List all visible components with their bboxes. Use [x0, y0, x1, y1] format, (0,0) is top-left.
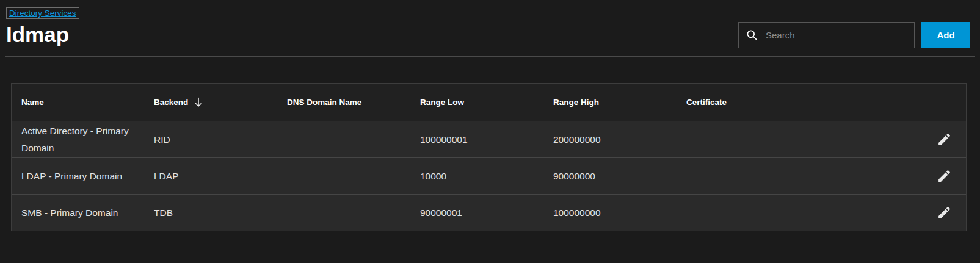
idmap-table: Name Backend DNS Domain Name Range Low R… — [11, 83, 967, 231]
cell-backend: RID — [144, 134, 277, 145]
pencil-icon — [937, 205, 952, 220]
pencil-icon — [937, 132, 952, 147]
cell-range-low: 10000 — [410, 171, 543, 182]
column-header-certificate[interactable]: Certificate — [677, 98, 810, 107]
column-header-range-low[interactable]: Range Low — [410, 98, 543, 107]
cell-range-low: 100000001 — [410, 134, 543, 145]
table-header-row: Name Backend DNS Domain Name Range Low R… — [12, 84, 966, 121]
table-row: SMB - Primary Domain TDB 90000001 100000… — [12, 194, 966, 231]
cell-name: SMB - Primary Domain — [12, 204, 144, 222]
pencil-icon — [937, 168, 952, 184]
sort-arrow-down-icon — [194, 97, 203, 107]
column-header-name[interactable]: Name — [12, 98, 144, 107]
cell-range-high: 90000000 — [543, 171, 677, 182]
cell-backend: TDB — [144, 207, 277, 218]
column-header-backend[interactable]: Backend — [144, 97, 277, 107]
column-header-dns-domain-name[interactable]: DNS Domain Name — [277, 98, 410, 107]
cell-range-high: 100000000 — [543, 207, 677, 218]
edit-row-button[interactable] — [932, 201, 956, 225]
header-divider — [5, 56, 975, 57]
breadcrumb-directory-services[interactable]: Directory Services — [6, 7, 79, 19]
column-header-range-high[interactable]: Range High — [543, 98, 677, 107]
edit-row-button[interactable] — [932, 128, 956, 152]
cell-range-low: 90000001 — [410, 207, 543, 218]
add-button[interactable]: Add — [921, 22, 970, 48]
toolbar: Add — [738, 22, 970, 48]
edit-row-button[interactable] — [932, 164, 956, 189]
cell-backend: LDAP — [144, 171, 277, 182]
cell-name: Active Directory - Primary Domain — [12, 123, 144, 157]
table-row: LDAP - Primary Domain LDAP 10000 9000000… — [12, 157, 966, 194]
search-icon — [746, 29, 758, 41]
page-title: Idmap — [6, 22, 69, 48]
page-header: Directory Services Idmap Add — [0, 0, 980, 48]
table-row: Active Directory - Primary Domain RID 10… — [12, 121, 966, 157]
search-box[interactable] — [738, 22, 915, 48]
cell-name: LDAP - Primary Domain — [12, 168, 144, 185]
cell-range-high: 200000000 — [543, 134, 677, 145]
search-input[interactable] — [764, 29, 907, 41]
